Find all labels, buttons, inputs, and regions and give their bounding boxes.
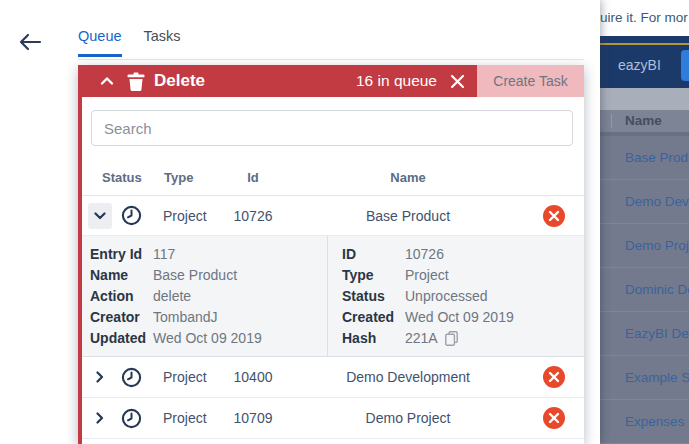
- row-id: 10709: [214, 410, 292, 426]
- remove-from-queue-icon[interactable]: [543, 407, 565, 429]
- queue-row-10709[interactable]: Project 10709 Demo Project: [82, 398, 584, 439]
- detail-value: Wed Oct 09 2019: [405, 307, 514, 328]
- tab-tasks[interactable]: Tasks: [144, 28, 181, 57]
- bg-row-link[interactable]: EazyBI Dem: [625, 326, 689, 341]
- detail-row-action: Action delete: [90, 286, 327, 307]
- row-actions-cell: [524, 366, 584, 388]
- create-task-button[interactable]: Create Task: [477, 65, 584, 97]
- row-details-panel: Entry Id 117 Name Base Product Action de…: [82, 236, 584, 357]
- detail-row-hash: Hash 221A: [342, 328, 584, 349]
- tab-bar: Queue Tasks: [78, 28, 181, 57]
- hash-value: 221A: [405, 328, 438, 349]
- row-type: Project: [154, 369, 214, 385]
- row-type: Project: [154, 208, 214, 224]
- row-name: Demo Development: [292, 369, 524, 385]
- card-title: Delete: [154, 71, 205, 91]
- row-status-cell: [82, 364, 154, 390]
- queue-count-badge: 16 in queue: [356, 72, 437, 90]
- detail-value: Project: [405, 265, 449, 286]
- detail-row-updated: Updated Wed Oct 09 2019: [90, 328, 327, 349]
- row-actions-cell: [524, 407, 584, 429]
- detail-label: Creator: [90, 307, 153, 328]
- search-input[interactable]: [91, 110, 573, 146]
- detail-label: Hash: [342, 328, 405, 349]
- search-container: [82, 97, 584, 160]
- remove-from-queue-icon[interactable]: [543, 205, 565, 227]
- brand-logo: eazyBI: [618, 57, 661, 73]
- notification-bar: uire it. For mor: [600, 0, 689, 36]
- detail-row-status: Status Unprocessed: [342, 286, 584, 307]
- remove-from-queue-icon[interactable]: [543, 366, 565, 388]
- detail-label: ID: [342, 244, 405, 265]
- copy-icon[interactable]: [445, 331, 458, 346]
- detail-row-entry-id: Entry Id 117: [90, 244, 327, 265]
- app-header-bar: eazyBI: [600, 45, 689, 88]
- detail-value: delete: [153, 286, 191, 307]
- pending-clock-icon: [121, 408, 142, 429]
- column-header-name: Name: [292, 170, 524, 185]
- expand-toggle[interactable]: [88, 203, 112, 229]
- bg-table-row[interactable]: Dominic De: [600, 268, 689, 312]
- expand-toggle[interactable]: [88, 405, 112, 431]
- delete-header-bar: Delete 16 in queue: [78, 65, 477, 97]
- close-icon[interactable]: [450, 74, 465, 89]
- create-task-label: Create Task: [493, 73, 567, 89]
- bg-row-link[interactable]: Base Produc: [625, 150, 689, 165]
- column-header-id: Id: [214, 170, 292, 185]
- row-actions-cell: [524, 205, 584, 227]
- back-button[interactable]: [16, 30, 44, 54]
- row-status-cell: [82, 405, 154, 431]
- detail-label: Created: [342, 307, 405, 328]
- bg-table-row[interactable]: Demo Deve: [600, 180, 689, 224]
- toolbar-strip: [600, 88, 689, 110]
- bg-table-row[interactable]: Demo Proje: [600, 224, 689, 268]
- pending-clock-icon: [121, 367, 142, 388]
- header-action-button[interactable]: [681, 50, 689, 81]
- queue-row-10400[interactable]: Project 10400 Demo Development: [82, 357, 584, 398]
- bg-row-link[interactable]: Example Se: [625, 370, 689, 385]
- bg-table-row[interactable]: Expenses: [600, 400, 689, 444]
- bg-table-header: Name: [600, 110, 689, 132]
- extension-panel: Queue Tasks Delete 16 in queue: [0, 0, 600, 444]
- expand-toggle[interactable]: [88, 364, 112, 390]
- pending-clock-icon: [121, 205, 142, 226]
- detail-label: Entry Id: [90, 244, 153, 265]
- detail-value: Unprocessed: [405, 286, 488, 307]
- chevron-down-icon: [94, 212, 106, 220]
- bg-row-link[interactable]: Demo Proje: [625, 238, 689, 253]
- detail-row-name: Name Base Product: [90, 265, 327, 286]
- row-status-cell: [82, 203, 154, 229]
- detail-label: Status: [342, 286, 405, 307]
- bg-row-link[interactable]: Expenses: [625, 414, 684, 429]
- background-page: uire it. For mor eazyBI Name Base Produc…: [600, 0, 689, 444]
- detail-label: Name: [90, 265, 153, 286]
- bg-table-row[interactable]: Base Produc: [600, 136, 689, 180]
- row-name: Demo Project: [292, 410, 524, 426]
- detail-label: Action: [90, 286, 153, 307]
- row-id: 10400: [214, 369, 292, 385]
- column-header-type: Type: [154, 170, 214, 185]
- bg-row-link[interactable]: Demo Deve: [625, 194, 689, 209]
- bg-table-row[interactable]: Example Se: [600, 356, 689, 400]
- detail-label: Updated: [90, 328, 153, 349]
- row-name: Base Product: [292, 208, 524, 224]
- delete-queue-card: Delete 16 in queue Create Task Status: [78, 65, 584, 444]
- bg-row-link[interactable]: Dominic De: [625, 282, 689, 297]
- details-left-column: Entry Id 117 Name Base Product Action de…: [82, 236, 327, 356]
- row-id: 10726: [214, 208, 292, 224]
- detail-row-type: Type Project: [342, 265, 584, 286]
- queue-row-10726[interactable]: Project 10726 Base Product: [82, 196, 584, 236]
- column-divider: [611, 114, 612, 128]
- detail-value: TombandJ: [153, 307, 218, 328]
- detail-value: 10726: [405, 244, 444, 265]
- bg-name-column-header: Name: [625, 113, 662, 128]
- column-header-status: Status: [82, 170, 154, 185]
- collapse-chevron-up-icon[interactable]: [100, 76, 114, 86]
- detail-row-created: Created Wed Oct 09 2019: [342, 307, 584, 328]
- chevron-right-icon: [96, 371, 104, 383]
- row-type: Project: [154, 410, 214, 426]
- tab-queue[interactable]: Queue: [78, 28, 122, 57]
- chevron-right-icon: [96, 412, 104, 424]
- screen: uire it. For mor eazyBI Name Base Produc…: [0, 0, 689, 444]
- bg-table-row[interactable]: EazyBI Dem: [600, 312, 689, 356]
